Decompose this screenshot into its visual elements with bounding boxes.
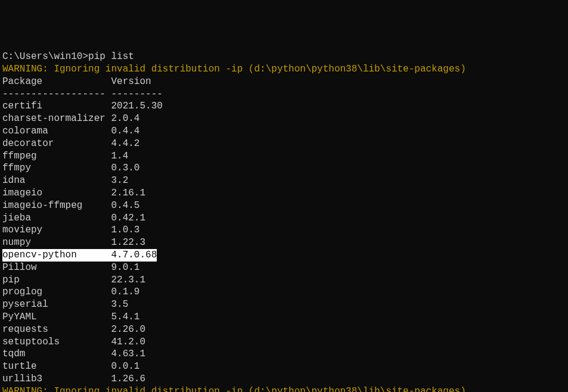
header-version: Version bbox=[111, 76, 151, 88]
divider-version: --------- bbox=[111, 88, 162, 101]
package-version: 1.22.3 bbox=[111, 237, 145, 249]
package-version: 1.4 bbox=[111, 150, 128, 163]
package-row: certifi2021.5.30 bbox=[2, 100, 566, 113]
package-version: 22.3.1 bbox=[111, 274, 145, 287]
package-name: PyYAML bbox=[2, 311, 111, 323]
warning-line-bottom-1: WARNING: Ignoring invalid distribution -… bbox=[2, 385, 566, 392]
package-name: decorator bbox=[2, 138, 111, 150]
package-row: moviepy1.0.3 bbox=[2, 224, 566, 237]
package-name: tqdm bbox=[2, 348, 111, 360]
command-prompt-line: C:\Users\win10>pip list bbox=[2, 51, 566, 63]
package-name: certifi bbox=[2, 100, 111, 113]
package-name: colorama bbox=[2, 125, 111, 138]
package-version: 5.4.1 bbox=[111, 311, 139, 323]
package-name: pyserial bbox=[2, 298, 111, 311]
package-row: requests2.26.0 bbox=[2, 323, 566, 336]
package-row: PyYAML5.4.1 bbox=[2, 311, 566, 323]
package-row: urllib31.26.6 bbox=[2, 373, 566, 385]
package-row: imageio2.16.1 bbox=[2, 187, 566, 200]
package-row: opencv-python4.7.0.68 bbox=[2, 249, 566, 262]
package-row: imageio-ffmpeg0.4.5 bbox=[2, 200, 566, 212]
package-row: pip22.3.1 bbox=[2, 274, 566, 287]
package-row: colorama0.4.4 bbox=[2, 125, 566, 138]
package-name: pip bbox=[2, 274, 111, 287]
package-row: ffmpy0.3.0 bbox=[2, 162, 566, 175]
package-name: ffmpeg bbox=[2, 150, 111, 163]
table-header: PackageVersion bbox=[2, 76, 566, 88]
package-version: 2.0.4 bbox=[111, 113, 139, 125]
package-version: 2021.5.30 bbox=[111, 100, 162, 113]
package-row: decorator4.4.2 bbox=[2, 138, 566, 150]
package-row: numpy1.22.3 bbox=[2, 237, 566, 249]
package-row: charset-normalizer2.0.4 bbox=[2, 113, 566, 125]
package-version: 3.5 bbox=[111, 298, 128, 311]
terminal-output[interactable]: C:\Users\win10>pip listWARNING: Ignoring… bbox=[2, 51, 566, 392]
package-row: pyserial3.5 bbox=[2, 298, 566, 311]
package-row: turtle0.0.1 bbox=[2, 360, 566, 373]
package-version: 9.0.1 bbox=[111, 262, 139, 274]
package-version: 0.0.1 bbox=[111, 360, 139, 373]
package-version: 1.0.3 bbox=[111, 224, 139, 237]
package-row: idna3.2 bbox=[2, 175, 566, 187]
table-divider: --------------------------- bbox=[2, 88, 566, 101]
package-version: 0.1.9 bbox=[111, 286, 139, 298]
package-name: proglog bbox=[2, 286, 111, 298]
package-name: jieba bbox=[2, 212, 111, 225]
package-name: numpy bbox=[2, 237, 111, 249]
package-name: imageio bbox=[2, 187, 111, 200]
package-version: 0.3.0 bbox=[111, 162, 139, 175]
package-row: proglog0.1.9 bbox=[2, 286, 566, 298]
package-row: Pillow9.0.1 bbox=[2, 262, 566, 274]
warning-line-top: WARNING: Ignoring invalid distribution -… bbox=[2, 63, 566, 76]
package-name: turtle bbox=[2, 360, 111, 373]
package-row: jieba0.42.1 bbox=[2, 212, 566, 225]
package-name: moviepy bbox=[2, 224, 111, 237]
package-name: imageio-ffmpeg bbox=[2, 200, 111, 212]
header-package: Package bbox=[2, 76, 111, 88]
package-row: tqdm4.63.1 bbox=[2, 348, 566, 360]
package-version: 0.4.4 bbox=[111, 125, 139, 138]
package-version: 0.4.5 bbox=[111, 200, 139, 212]
package-name: charset-normalizer bbox=[2, 113, 111, 125]
package-name: urllib3 bbox=[2, 373, 111, 385]
package-version: 4.7.0.68 bbox=[111, 249, 157, 262]
package-version: 4.63.1 bbox=[111, 348, 145, 360]
package-name: setuptools bbox=[2, 336, 111, 349]
package-version: 3.2 bbox=[111, 175, 128, 187]
package-version: 1.26.6 bbox=[111, 373, 145, 385]
package-version: 2.26.0 bbox=[111, 323, 145, 336]
package-name: Pillow bbox=[2, 262, 111, 274]
package-name: opencv-python bbox=[2, 249, 111, 262]
package-row: setuptools41.2.0 bbox=[2, 336, 566, 349]
package-row: ffmpeg1.4 bbox=[2, 150, 566, 163]
package-name: idna bbox=[2, 175, 111, 187]
package-name: ffmpy bbox=[2, 162, 111, 175]
package-version: 4.4.2 bbox=[111, 138, 139, 150]
divider-package: ------------------ bbox=[2, 88, 111, 101]
package-list: certifi2021.5.30charset-normalizer2.0.4c… bbox=[2, 100, 566, 385]
package-version: 41.2.0 bbox=[111, 336, 145, 349]
package-version: 0.42.1 bbox=[111, 212, 145, 225]
package-version: 2.16.1 bbox=[111, 187, 145, 200]
package-name: requests bbox=[2, 323, 111, 336]
